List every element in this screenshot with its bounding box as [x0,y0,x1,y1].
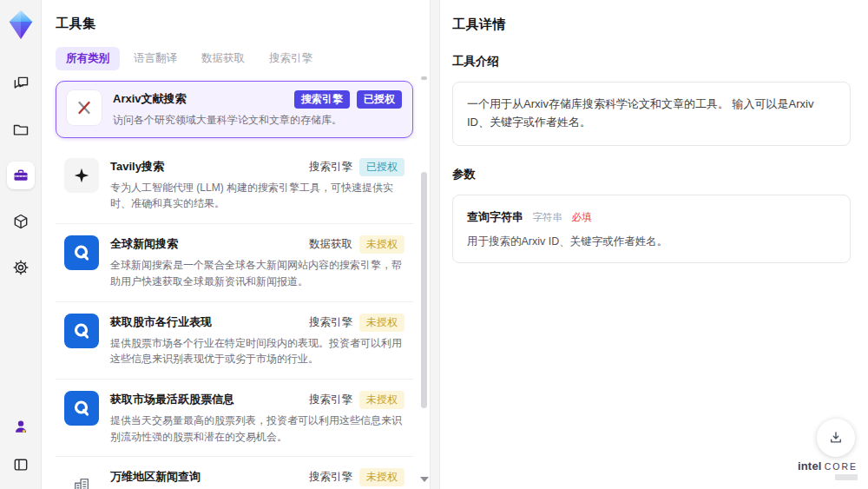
tool-list-item[interactable]: 全球新闻搜索 数据获取 未授权 全球新闻搜索是一个聚合全球各大新闻网站内容的搜索… [56,224,413,301]
tool-auth-badge: 未授权 [359,314,404,332]
tool-description: 提供股票市场各个行业在特定时间段内的表现。投资者可以利用这些信息来识别表现优于或… [110,335,404,367]
settings-gear-icon[interactable] [7,254,35,281]
category-tab[interactable]: 语言翻译 [123,47,187,70]
category-tabs: 所有类别语言翻译数据获取搜索引擎 [56,47,430,70]
package-cube-icon[interactable] [7,208,35,235]
tool-category-badge: 数据获取 [309,237,352,252]
arxiv-logo-icon [67,90,102,125]
panel-toggle-icon[interactable] [7,451,35,479]
tool-category-badge: 搜索引擎 [309,160,352,175]
tool-auth-badge: 已授权 [357,90,402,109]
tool-auth-badge: 已授权 [359,158,404,176]
parameter-description: 用于搜索的Arxiv ID、关键字或作者姓名。 [467,235,836,249]
parameter-header: 查询字符串 字符串 必填 [467,208,836,225]
sidebar [0,0,42,489]
tool-description: 全球新闻搜索是一个聚合全球各大新闻网站内容的搜索引擎，帮助用户快速获取全球最新资… [110,257,404,289]
tool-name: 全球新闻搜索 [110,235,178,252]
download-button[interactable] [817,419,855,457]
sidebar-bottom [7,413,35,479]
page-title: 工具集 [56,16,430,32]
tool-list-item[interactable]: 获取股市各行业表现 搜索引擎 未授权 提供股票市场各个行业在特定时间段内的表现。… [56,302,413,380]
tool-category-badge: 搜索引擎 [309,393,352,407]
scrollbar-thumb[interactable] [421,172,427,408]
detail-title: 工具详情 [452,17,851,33]
tool-auth-badge: 未授权 [359,391,404,409]
parameter-card: 查询字符串 字符串 必填 用于搜索的Arxiv ID、关键字或作者姓名。 [452,195,851,263]
tool-category-badge: 搜索引擎 [294,90,350,109]
download-icon [828,430,844,446]
parameter-type: 字符串 [532,212,562,222]
tavily-star-icon [64,158,99,193]
tool-name: 获取股市各行业表现 [110,314,212,330]
tool-name: Arxiv文献搜索 [113,90,187,107]
news-building-icon [64,468,99,489]
tool-list-item[interactable]: Arxiv文献搜索 搜索引擎 已授权 访问各个研究领域大量科学论文和文章的存储库… [56,81,413,138]
scrollbar-down-arrow-icon[interactable] [420,477,429,482]
tool-name: Tavily搜索 [110,158,164,175]
quark-logo-icon [64,314,99,348]
tool-auth-badge: 未授权 [359,235,404,254]
tool-description: 提供当天交易量最高的股票列表，投资者可以利用这些信息来识别流动性强的股票和潜在的… [110,413,404,445]
category-tab[interactable]: 所有类别 [56,47,120,70]
tool-description: 专为人工智能代理 (LLM) 构建的搜索引擎工具，可快速提供实时、准确和真实的结… [110,180,404,212]
intel-core-logo: intel core [798,459,858,480]
parameter-required-badge: 必填 [571,212,591,222]
tool-category-badge: 搜索引擎 [309,470,352,485]
tool-name: 获取市场最活跃股票信息 [110,391,234,407]
intel-wordmark: intel [798,459,822,472]
folder-icon[interactable] [7,116,35,143]
intro-heading: 工具介绍 [452,54,851,69]
user-avatar-icon[interactable] [7,413,35,440]
tool-description: 访问各个研究领域大量科学论文和文章的存储库。 [113,112,402,129]
tool-list-item[interactable]: 获取市场最活跃股票信息 搜索引擎 未授权 提供当天交易量最高的股票列表，投资者可… [56,380,413,457]
category-tab[interactable]: 数据获取 [191,47,255,70]
params-heading: 参数 [452,167,851,182]
tool-list-panel: 工具集 所有类别语言翻译数据获取搜索引擎 Arxiv文献搜索 搜索引擎 已授权 … [42,0,430,489]
tool-category-badge: 搜索引擎 [309,315,352,330]
tool-list-item[interactable]: Tavily搜索 搜索引擎 已授权 专为人工智能代理 (LLM) 构建的搜索引擎… [56,147,413,224]
quark-logo-icon [64,235,99,270]
core-wordmark: core [825,461,858,472]
tool-detail-panel: 工具详情 工具介绍 一个用于从Arxiv存储库搜索科学论文和文章的工具。 输入可… [440,0,868,489]
app-window: 工具集 所有类别语言翻译数据获取搜索引擎 Arxiv文献搜索 搜索引擎 已授权 … [0,0,868,489]
tool-list-item[interactable]: 万维地区新闻查询 搜索引擎 未授权 查询具体行政区划内的新闻，快速了解各地新闻动 [56,457,413,489]
core-sub-badge [835,474,858,480]
list-scrollbar [419,75,429,484]
panel-divider [430,0,440,489]
toolbox-icon[interactable] [7,162,35,189]
tool-list: Arxiv文献搜索 搜索引擎 已授权 访问各个研究领域大量科学论文和文章的存储库… [56,81,413,489]
tool-auth-badge: 未授权 [359,468,404,486]
category-tab[interactable]: 搜索引擎 [259,47,323,70]
sidebar-nav [7,69,35,281]
scrollbar-top-dash [421,76,427,80]
app-logo-icon [7,9,35,42]
chat-icon[interactable] [7,69,35,97]
tool-name: 万维地区新闻查询 [110,468,201,485]
parameter-name: 查询字符串 [467,210,523,223]
quark-logo-icon [64,391,99,426]
intro-box: 一个用于从Arxiv存储库搜索科学论文和文章的工具。 输入可以是Arxiv ID… [452,82,851,146]
